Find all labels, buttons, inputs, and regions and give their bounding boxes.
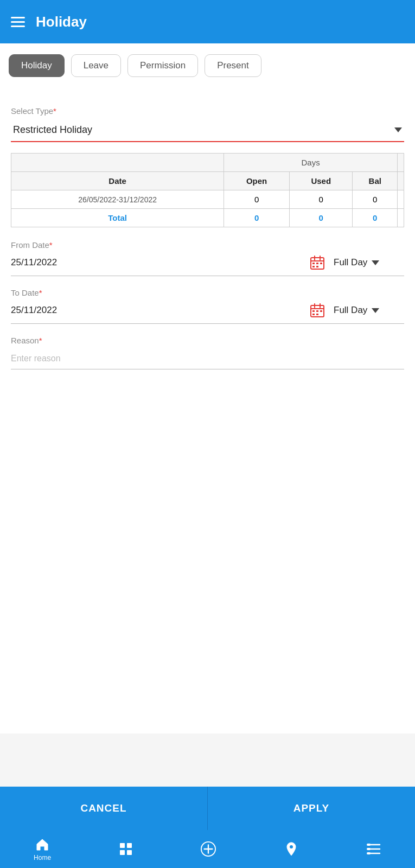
tab-present[interactable]: Present bbox=[205, 54, 261, 77]
table-col-open: Open bbox=[224, 172, 290, 190]
table-cell-date: 26/05/2022-31/12/2022 bbox=[11, 190, 224, 209]
nav-add[interactable] bbox=[201, 841, 216, 857]
to-day-type-arrow-icon bbox=[372, 308, 379, 313]
tab-permission[interactable]: Permission bbox=[127, 54, 198, 77]
from-date-label: From Date* bbox=[11, 240, 404, 250]
to-date-row: Full Day bbox=[11, 303, 404, 324]
svg-rect-18 bbox=[120, 843, 125, 848]
table-row: 26/05/2022-31/12/2022 0 0 0 bbox=[11, 190, 404, 209]
add-icon bbox=[201, 841, 216, 857]
svg-rect-1 bbox=[311, 260, 324, 261]
cancel-button[interactable]: CANCEL bbox=[0, 787, 208, 830]
svg-rect-5 bbox=[316, 263, 318, 264]
svg-rect-13 bbox=[312, 310, 315, 312]
tab-leave[interactable]: Leave bbox=[71, 54, 121, 77]
action-buttons: CANCEL APPLY bbox=[0, 787, 415, 830]
table-total-label: Total bbox=[11, 209, 224, 227]
select-type-label: Select Type* bbox=[11, 106, 404, 116]
from-day-type-label: Full Day bbox=[334, 257, 367, 268]
nav-grid[interactable] bbox=[118, 841, 133, 857]
bottom-nav: Home bbox=[0, 830, 415, 868]
select-type-dropdown[interactable]: Restricted Holiday bbox=[11, 119, 404, 142]
nav-home[interactable]: Home bbox=[34, 837, 51, 861]
table-total-open: 0 bbox=[224, 209, 290, 227]
table-col-used: Used bbox=[289, 172, 353, 190]
nav-location[interactable] bbox=[284, 841, 299, 857]
svg-rect-4 bbox=[312, 263, 315, 264]
table-total-bal: 0 bbox=[353, 209, 398, 227]
select-type-section: Select Type* Restricted Holiday bbox=[11, 106, 404, 142]
table-col-date: Date bbox=[11, 172, 224, 190]
nav-menu[interactable] bbox=[366, 841, 381, 857]
list-icon bbox=[366, 841, 381, 857]
svg-rect-17 bbox=[316, 314, 318, 315]
grid-icon bbox=[118, 841, 133, 857]
reason-label: Reason* bbox=[11, 336, 404, 345]
table-days-header: Days bbox=[224, 154, 398, 172]
svg-rect-19 bbox=[127, 843, 132, 848]
to-date-label: To Date* bbox=[11, 288, 404, 297]
menu-icon[interactable] bbox=[11, 17, 25, 27]
svg-rect-14 bbox=[316, 310, 318, 312]
table-cell-used: 0 bbox=[289, 190, 353, 209]
table-cell-open: 0 bbox=[224, 190, 290, 209]
table-col-bal: Bal bbox=[353, 172, 398, 190]
app-header: Holiday bbox=[0, 0, 415, 43]
home-icon bbox=[35, 837, 50, 852]
to-day-type-dropdown[interactable]: Full Day bbox=[334, 305, 404, 316]
to-date-input[interactable] bbox=[11, 305, 301, 316]
page-title: Holiday bbox=[36, 14, 87, 30]
location-icon bbox=[284, 841, 299, 857]
from-date-section: From Date* Full Day bbox=[11, 240, 404, 276]
to-date-section: To Date* Full Day bbox=[11, 288, 404, 324]
nav-home-label: Home bbox=[34, 854, 51, 861]
from-date-row: Full Day bbox=[11, 255, 404, 276]
svg-rect-7 bbox=[312, 266, 315, 267]
svg-rect-15 bbox=[320, 310, 322, 312]
main-content: Select Type* Restricted Holiday Days Dat… bbox=[0, 82, 415, 733]
from-day-type-arrow-icon bbox=[372, 260, 379, 265]
svg-rect-10 bbox=[311, 308, 324, 309]
to-date-calendar-icon[interactable] bbox=[310, 303, 325, 318]
select-type-arrow-icon bbox=[394, 127, 402, 132]
from-day-type-dropdown[interactable]: Full Day bbox=[334, 257, 404, 268]
tab-holiday[interactable]: Holiday bbox=[9, 54, 65, 77]
from-date-input[interactable] bbox=[11, 257, 301, 268]
svg-rect-16 bbox=[312, 314, 315, 315]
reason-section: Reason* bbox=[11, 336, 404, 369]
days-table: Days Date Open Used Bal 26/05/2022-31/12… bbox=[11, 153, 404, 227]
svg-rect-6 bbox=[320, 263, 322, 264]
from-date-calendar-icon[interactable] bbox=[310, 255, 325, 270]
table-total-row: Total 0 0 0 bbox=[11, 209, 404, 227]
select-type-value: Restricted Holiday bbox=[13, 124, 92, 136]
to-day-type-label: Full Day bbox=[334, 305, 367, 316]
svg-rect-8 bbox=[316, 266, 318, 267]
apply-button[interactable]: APPLY bbox=[208, 787, 415, 830]
svg-rect-21 bbox=[127, 850, 132, 855]
table-cell-bal: 0 bbox=[353, 190, 398, 209]
svg-rect-20 bbox=[120, 850, 125, 855]
reason-input[interactable] bbox=[11, 348, 404, 369]
svg-point-25 bbox=[290, 845, 293, 848]
table-total-used: 0 bbox=[289, 209, 353, 227]
tab-bar: Holiday Leave Permission Present bbox=[0, 43, 415, 82]
